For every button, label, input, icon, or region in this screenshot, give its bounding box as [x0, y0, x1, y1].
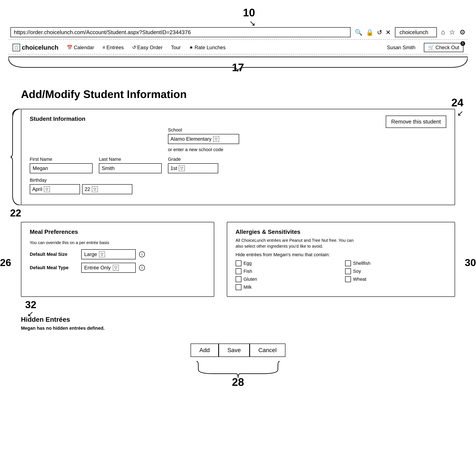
nav-item-entrees[interactable]: ≡ Entrées [102, 45, 124, 50]
meal-size-row: Default Meal Size Large ▽ i [30, 249, 205, 259]
annotation-17: 17 [232, 61, 244, 74]
main-content: Add/Modify Student Information 22 24 ↙ S… [8, 88, 468, 397]
nav-item-tour[interactable]: Tour [171, 45, 181, 50]
allergy-wheat: Wheat [345, 276, 446, 282]
birthday-day-select[interactable]: 22 ▽ [82, 184, 132, 194]
student-brace-left [10, 109, 21, 205]
nav-item-calendar[interactable]: 📅 Calendar [67, 45, 94, 50]
remove-student-button[interactable]: Remove this student [386, 116, 446, 128]
annotation-30: 30 [465, 257, 476, 268]
nav-logo: 📋 choicelunch [13, 44, 58, 51]
annotation-24: 24 [451, 96, 463, 109]
allergies-section: Allergies & Sensitivites All ChoiceLunch… [227, 222, 455, 297]
fish-label: Fish [244, 269, 252, 274]
save-button[interactable]: Save [219, 343, 250, 357]
prefs-section-wrapper: 26 30 Meal Preferences You can override … [8, 222, 468, 303]
settings-icon[interactable]: ⚙ [459, 28, 466, 36]
close-icon[interactable]: ✕ [386, 29, 391, 36]
allergy-egg: Egg [236, 260, 337, 266]
add-button[interactable]: Add [190, 343, 219, 357]
hidden-entrees-title: Hidden Entrées [21, 316, 455, 323]
egg-checkbox[interactable] [236, 260, 241, 266]
meal-prefs-subtitle: You can override this on a per entrée ba… [30, 240, 205, 245]
name-row: First Name Last Name School Alamo Elemen… [30, 127, 446, 173]
cancel-button[interactable]: Cancel [250, 343, 286, 357]
home-icon[interactable]: ⌂ [441, 28, 445, 36]
meal-size-value: Large [84, 252, 97, 257]
search-icon[interactable]: 🔍 [355, 29, 362, 36]
nav-item-rate-lunches[interactable]: ★ Rate Lunches [189, 45, 225, 50]
student-info-section: Student Information Remove this student … [21, 109, 455, 205]
user-name: Susan Smith [387, 45, 415, 50]
birthday-month-value: April [32, 186, 42, 192]
allergies-subtitle: Hide entrées from Megan's menu that cont… [236, 252, 446, 257]
birthday-day-value: 22 [85, 186, 90, 192]
refresh-icon[interactable]: ↺ [377, 29, 382, 36]
meal-type-row: Default Meal Type Entrée Only ▽ i [30, 263, 205, 273]
bottom-buttons-container: Add Save Cancel 28 [8, 343, 468, 388]
allergies-title: Allergies & Sensitivites [236, 229, 446, 235]
annotation-32-arrow: ↙ [27, 309, 34, 318]
rate-icon: ★ [189, 45, 193, 50]
meal-size-info-icon[interactable]: i [139, 252, 145, 257]
url-bar[interactable]: https://order.choicelunch.com/Account/St… [10, 27, 351, 37]
hidden-entrees-text: Megan has no hidden entrées defined. [21, 325, 455, 331]
nav-label-easy-order: Easy Order [137, 45, 163, 50]
calendar-icon: 📅 [67, 45, 72, 50]
birthday-day-arrow: ▽ [92, 186, 98, 192]
shellfish-checkbox[interactable] [345, 260, 351, 266]
school-select-arrow: ▽ [213, 136, 219, 142]
bottom-brace-svg [196, 361, 280, 378]
school-label: School [168, 127, 239, 133]
search-box[interactable]: choicelunch [395, 27, 437, 37]
shellfish-label: Shellfish [353, 261, 371, 266]
first-name-group: First Name [30, 157, 93, 173]
wheat-label: Wheat [353, 277, 366, 282]
nav-label-tour: Tour [171, 45, 181, 50]
annotation-28: 28 [8, 376, 468, 388]
wheat-checkbox[interactable] [345, 276, 351, 282]
last-name-input[interactable] [99, 163, 162, 173]
hidden-entrees-container: 32 ↙ Hidden Entrées Megan has no hidden … [21, 316, 455, 331]
logo-icon: 📋 [13, 44, 20, 51]
favorites-icon[interactable]: ☆ [449, 28, 455, 36]
meal-type-select[interactable]: Entrée Only ▽ [81, 263, 136, 273]
egg-label: Egg [244, 261, 252, 266]
milk-checkbox[interactable] [236, 284, 241, 290]
meal-type-info-icon[interactable]: i [139, 265, 145, 271]
school-value: Alamo Elementary [170, 136, 211, 142]
last-name-label: Last Name [99, 157, 162, 162]
meal-size-arrow: ▽ [99, 252, 105, 257]
last-name-group: Last Name [99, 157, 162, 173]
bottom-brace-svg-container [8, 361, 468, 378]
lock-icon[interactable]: 🔒 [366, 29, 374, 36]
meal-type-arrow: ▽ [113, 265, 119, 271]
soy-label: Soy [353, 269, 361, 274]
allergy-milk: Milk [236, 284, 337, 290]
nav-label-calendar: Calendar [74, 45, 94, 50]
meal-size-select[interactable]: Large ▽ [81, 249, 136, 259]
first-name-label: First Name [30, 157, 93, 162]
nav-item-easy-order[interactable]: ↺ Easy Order [132, 45, 163, 50]
logo-text: choicelunch [22, 44, 58, 51]
gluten-checkbox[interactable] [236, 276, 241, 282]
birthday-row: Birthday April ▽ 22 ▽ [30, 178, 446, 194]
hidden-entrees-section: Hidden Entrées Megan has no hidden entré… [21, 316, 455, 331]
nav-label-entrees: Entrées [106, 45, 124, 50]
checkout-button[interactable]: 🛒 Check Out 6 [424, 43, 463, 52]
easy-order-icon: ↺ [132, 45, 136, 50]
annotation-32: 32 [25, 299, 36, 310]
allergy-gluten: Gluten [236, 276, 337, 282]
student-info-title: Student Information [30, 116, 446, 122]
nav-bar: 📋 choicelunch 📅 Calendar ≡ Entrées ↺ Eas… [8, 41, 468, 54]
birthday-month-select[interactable]: April ▽ [30, 184, 80, 194]
soy-checkbox[interactable] [345, 268, 351, 274]
allergy-fish: Fish [236, 268, 337, 274]
entrees-icon: ≡ [102, 45, 105, 50]
school-select[interactable]: Alamo Elementary ▽ [168, 134, 239, 144]
browser-nav-icons: ⌂ ☆ ⚙ [441, 28, 466, 36]
first-name-input[interactable] [30, 163, 93, 173]
grade-select[interactable]: 1st ▽ [168, 163, 218, 173]
grade-value: 1st [170, 165, 177, 171]
fish-checkbox[interactable] [236, 268, 241, 274]
